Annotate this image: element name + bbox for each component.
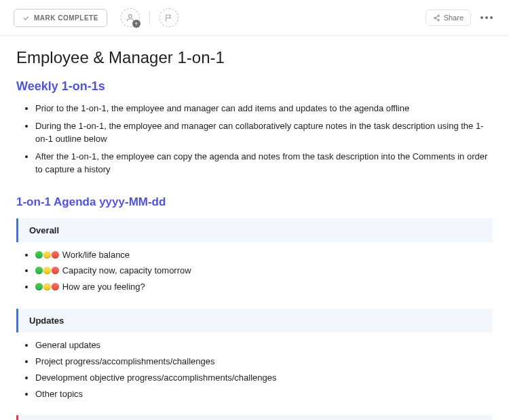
share-icon <box>433 14 440 22</box>
list-item: Prior to the 1-on-1, the employee and ma… <box>35 102 493 115</box>
share-button[interactable]: Share <box>426 9 471 26</box>
agenda-heading: 1-on-1 Agenda yyyy-MM-dd <box>16 195 493 209</box>
section-list: Work/life balance Capacity now, capacity… <box>16 249 493 294</box>
list-item: Other topics <box>35 388 493 401</box>
status-dot-red <box>52 267 59 274</box>
svg-point-0 <box>129 14 132 18</box>
list-item: How are you feeling? <box>35 281 493 294</box>
weekly-list: Prior to the 1-on-1, the employee and ma… <box>16 102 493 176</box>
section-header: Overall <box>16 218 493 242</box>
list-item-label: Capacity now, capacity tomorrow <box>62 265 191 275</box>
page-title: Employee & Manager 1-on-1 <box>16 48 493 67</box>
topbar: MARK COMPLETE + Share <box>0 0 509 36</box>
mark-complete-label: MARK COMPLETE <box>34 14 98 22</box>
flag-icon <box>164 14 173 22</box>
list-item: During the 1-on-1, the employee and mana… <box>35 119 493 146</box>
list-item: General updates <box>35 339 493 352</box>
mark-complete-button[interactable]: MARK COMPLETE <box>14 9 107 27</box>
assignee-button-wrap: + <box>121 8 140 27</box>
section-header: Updates <box>16 309 493 332</box>
status-dot-red <box>52 283 59 290</box>
list-item-label: How are you feeling? <box>62 282 145 292</box>
status-dot-green <box>35 283 43 290</box>
weekly-heading: Weekly 1-on-1s <box>16 79 493 94</box>
separator <box>149 11 150 24</box>
list-item-label: Work/life balance <box>62 250 130 260</box>
list-item: Capacity now, capacity tomorrow <box>35 265 493 278</box>
more-button[interactable] <box>478 14 495 22</box>
status-dot-green <box>35 267 43 274</box>
plus-badge-icon: + <box>132 20 140 28</box>
section-list: General updatesProject progress/accompli… <box>16 339 493 400</box>
status-dot-yellow <box>43 283 51 290</box>
status-dot-yellow <box>43 251 51 259</box>
content: Employee & Manager 1-on-1 Weekly 1-on-1s… <box>0 36 509 420</box>
list-item: Development objective progress/accomplis… <box>35 372 493 385</box>
status-dot-green <box>35 251 43 259</box>
status-dot-red <box>52 251 59 259</box>
list-item: Project progress/accomplishments/challen… <box>35 356 493 368</box>
share-label: Share <box>444 14 464 22</box>
flag-button[interactable] <box>159 8 178 27</box>
list-item: After the 1-on-1, the employee can copy … <box>35 150 493 176</box>
section-header: Action Items <box>16 415 493 420</box>
status-dot-yellow <box>43 267 51 274</box>
assignee-button[interactable]: + <box>121 8 140 27</box>
list-item: Work/life balance <box>35 249 493 262</box>
check-icon <box>22 14 30 22</box>
